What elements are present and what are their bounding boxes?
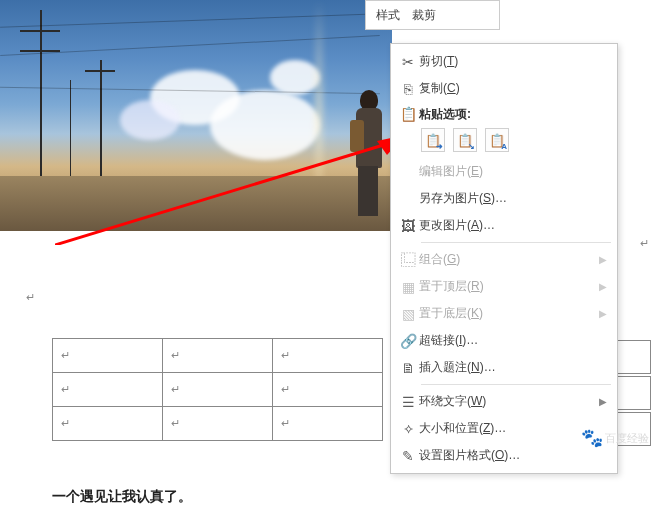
chevron-right-icon: ▶ — [595, 396, 607, 407]
toolbar-style[interactable]: 样式 — [376, 7, 400, 24]
paragraph-mark: ↵ — [640, 237, 649, 250]
context-menu: ✂ 剪切(T) ⎘ 复制(C) 📋 粘贴选项: 📋➜ 📋↘ 📋A 编辑图片(E)… — [390, 43, 618, 474]
sky-clouds — [90, 40, 350, 180]
menu-change-picture[interactable]: 🖼 更改图片(A)… — [391, 212, 617, 239]
size-position-icon: ⟡ — [397, 420, 419, 437]
menu-size-position[interactable]: ⟡ 大小和位置(Z)… — [391, 415, 617, 442]
send-back-icon: ▧ — [397, 306, 419, 322]
document-image[interactable] — [0, 0, 392, 231]
menu-label: 编辑图片(E) — [419, 163, 607, 180]
menu-label: 更改图片(A)… — [419, 217, 607, 234]
menu-label: 剪切(T) — [419, 53, 607, 70]
menu-label: 插入题注(N)… — [419, 359, 607, 376]
change-picture-icon: 🖼 — [397, 218, 419, 234]
menu-paste-header: 📋 粘贴选项: — [391, 102, 617, 126]
menu-group: ⿺ 组合(G) ▶ — [391, 246, 617, 273]
table-row: ↵↵↵ — [53, 339, 383, 373]
chevron-right-icon: ▶ — [595, 308, 607, 319]
menu-format-picture[interactable]: ✎ 设置图片格式(O)… — [391, 442, 617, 469]
menu-label: 环绕文字(W) — [419, 393, 595, 410]
menu-send-back: ▧ 置于底层(K) ▶ — [391, 300, 617, 327]
document-table[interactable]: ↵↵↵ ↵↵↵ ↵↵↵ — [52, 338, 383, 441]
person-silhouette — [352, 90, 388, 220]
menu-save-as-picture[interactable]: 另存为图片(S)… — [391, 185, 617, 212]
table-row: ↵↵↵ — [53, 407, 383, 441]
menu-label: 组合(G) — [419, 251, 595, 268]
menu-label: 大小和位置(Z)… — [419, 420, 607, 437]
clipboard-icon: 📋 — [397, 106, 419, 122]
toolbar-crop[interactable]: 裁剪 — [412, 7, 436, 24]
paste-keep-source[interactable]: 📋➜ — [421, 128, 445, 152]
menu-edit-picture: 编辑图片(E) — [391, 158, 617, 185]
paste-options: 📋➜ 📋↘ 📋A — [391, 126, 617, 158]
menu-label: 复制(C) — [419, 80, 607, 97]
chevron-right-icon: ▶ — [595, 281, 607, 292]
menu-copy[interactable]: ⎘ 复制(C) — [391, 75, 617, 102]
menu-bring-front: ▦ 置于顶层(R) ▶ — [391, 273, 617, 300]
bring-front-icon: ▦ — [397, 279, 419, 295]
menu-hyperlink[interactable]: 🔗 超链接(I)… — [391, 327, 617, 354]
menu-separator — [421, 384, 611, 385]
menu-label: 置于顶层(R) — [419, 278, 595, 295]
mini-toolbar: 样式 裁剪 — [365, 0, 500, 30]
menu-label: 设置图片格式(O)… — [419, 447, 607, 464]
menu-label: 超链接(I)… — [419, 332, 607, 349]
menu-label: 另存为图片(S)… — [419, 190, 607, 207]
chevron-right-icon: ▶ — [595, 254, 607, 265]
group-icon: ⿺ — [397, 252, 419, 268]
wrap-text-icon: ☰ — [397, 394, 419, 410]
body-paragraph: 一个遇见让我认真了。 — [52, 488, 192, 506]
format-picture-icon: ✎ — [397, 448, 419, 464]
paste-merge[interactable]: 📋↘ — [453, 128, 477, 152]
menu-insert-caption[interactable]: 🗎 插入题注(N)… — [391, 354, 617, 381]
menu-cut[interactable]: ✂ 剪切(T) — [391, 48, 617, 75]
hyperlink-icon: 🔗 — [397, 333, 419, 349]
paragraph-mark: ↵ — [26, 291, 35, 304]
table-row: ↵↵↵ — [53, 373, 383, 407]
scissors-icon: ✂ — [397, 54, 419, 70]
menu-separator — [421, 242, 611, 243]
copy-icon: ⎘ — [397, 81, 419, 97]
menu-label: 粘贴选项: — [419, 106, 607, 123]
menu-label: 置于底层(K) — [419, 305, 595, 322]
caption-icon: 🗎 — [397, 360, 419, 376]
menu-wrap-text[interactable]: ☰ 环绕文字(W) ▶ — [391, 388, 617, 415]
paste-text-only[interactable]: 📋A — [485, 128, 509, 152]
